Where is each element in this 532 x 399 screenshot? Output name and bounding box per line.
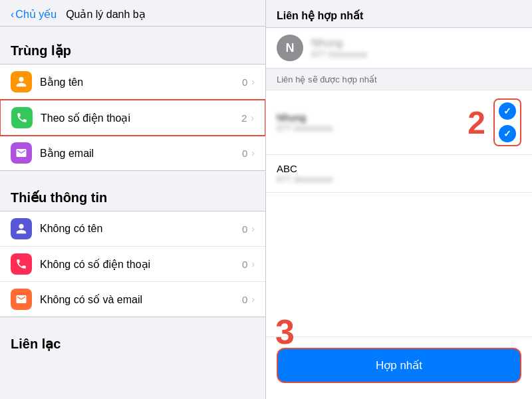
khong-co-ten-count: 0 [242, 223, 247, 235]
khong-co-ten-label: Không có tên [40, 223, 242, 235]
contact-avatar: N [277, 35, 303, 61]
khong-co-so-email-label: Không có số và email [40, 293, 242, 306]
khong-co-so-chevron: › [251, 259, 255, 269]
candidate-1-phone: 077 2xxxxxxxx [277, 123, 493, 133]
khong-co-so-item[interactable]: Không có số điện thoại 0 › [0, 247, 265, 282]
theo-so-chevron: › [251, 112, 254, 123]
lien-lac-header: Liên lạc [0, 331, 265, 354]
khong-co-ten-icon [11, 218, 32, 239]
khong-co-so-icon [11, 253, 32, 275]
lien-he-hop-nhat-title: Liên hệ hợp nhất [266, 0, 532, 28]
left-content: Trùng lặp Bằng tên 0 › Theo số điện thoạ… [0, 27, 265, 365]
hop-nhat-button[interactable]: Hợp nhất [277, 348, 521, 383]
contact-info: Nhung 077 2xxxxxxxx [311, 37, 521, 59]
checkboxes-area [493, 98, 521, 146]
khong-co-so-email-count: 0 [242, 294, 247, 305]
theo-so-count: 2 [241, 112, 247, 124]
bang-email-label: Bằng email [40, 147, 242, 160]
nav-bar: ‹ Chủ yếu Quản lý danh bạ [0, 0, 265, 27]
bang-ten-count: 0 [242, 76, 247, 88]
theo-so-icon [11, 107, 33, 128]
khong-co-so-count: 0 [242, 259, 247, 270]
candidate-2: ABC 077 3xxxxxxxx [266, 155, 532, 193]
bang-email-icon [11, 142, 32, 164]
candidate-1: Nhung 077 2xxxxxxxx 2 [266, 90, 532, 155]
khong-co-so-email-icon [11, 289, 32, 310]
theo-so-item[interactable]: Theo số điện thoại 2 › 1 [0, 99, 265, 136]
candidate-2-phone: 077 3xxxxxxxx [277, 174, 521, 184]
contact-name: Nhung [311, 37, 521, 49]
chevron-left-icon: ‹ [11, 9, 14, 21]
thieu-thong-tin-header: Thiếu thông tin [0, 184, 265, 208]
theo-so-label: Theo số điện thoại [41, 112, 241, 124]
checkbox-2[interactable] [499, 125, 516, 142]
candidate-2-name: ABC [277, 163, 521, 174]
contact-phone: 077 2xxxxxxxx [311, 49, 521, 59]
checkbox-1[interactable] [499, 102, 516, 120]
bang-email-count: 0 [242, 148, 247, 159]
bottom-area: 3 Hợp nhất [266, 336, 532, 399]
bang-email-item[interactable]: Bằng email 0 › [0, 136, 265, 170]
step2-label: 2 [467, 104, 485, 141]
khong-co-so-email-item[interactable]: Không có số và email 0 › [0, 282, 265, 317]
khong-co-ten-item[interactable]: Không có tên 0 › [0, 211, 265, 247]
right-panel: Liên hệ hợp nhất N Nhung 077 2xxxxxxxx L… [266, 0, 532, 399]
merge-candidates: Nhung 077 2xxxxxxxx 2 ABC 077 3xxxxxxxx [266, 90, 532, 336]
back-label: Chủ yếu [15, 8, 57, 21]
unified-contact: N Nhung 077 2xxxxxxxx [266, 28, 532, 68]
bang-ten-label: Bằng tên [40, 76, 242, 88]
bang-email-chevron: › [251, 148, 255, 158]
bang-ten-item[interactable]: Bằng tên 0 › [0, 65, 265, 100]
bang-ten-icon [11, 71, 32, 92]
candidate-2-info: ABC 077 3xxxxxxxx [277, 163, 521, 184]
merge-section-label: Liên hệ sẽ được hợp nhất [266, 68, 532, 90]
thieu-thong-tin-group: Không có tên 0 › Không có số điện thoại … [0, 211, 265, 317]
left-panel: ‹ Chủ yếu Quản lý danh bạ Trùng lặp Bằng… [0, 0, 266, 399]
khong-co-so-label: Không có số điện thoại [40, 258, 242, 271]
candidate-1-info: Nhung 077 2xxxxxxxx [277, 112, 493, 133]
khong-co-so-email-chevron: › [251, 294, 255, 305]
khong-co-ten-chevron: › [251, 223, 255, 234]
step3-label: 3 [275, 312, 295, 352]
candidate-1-name: Nhung [277, 112, 493, 123]
trung-lap-group: Bằng tên 0 › Theo số điện thoại 2 › 1 Bằ… [0, 64, 265, 171]
trung-lap-header: Trùng lặp [0, 37, 265, 61]
back-button[interactable]: ‹ Chủ yếu [11, 8, 57, 21]
bang-ten-chevron: › [251, 76, 255, 87]
nav-title: Quản lý danh bạ [66, 8, 146, 21]
